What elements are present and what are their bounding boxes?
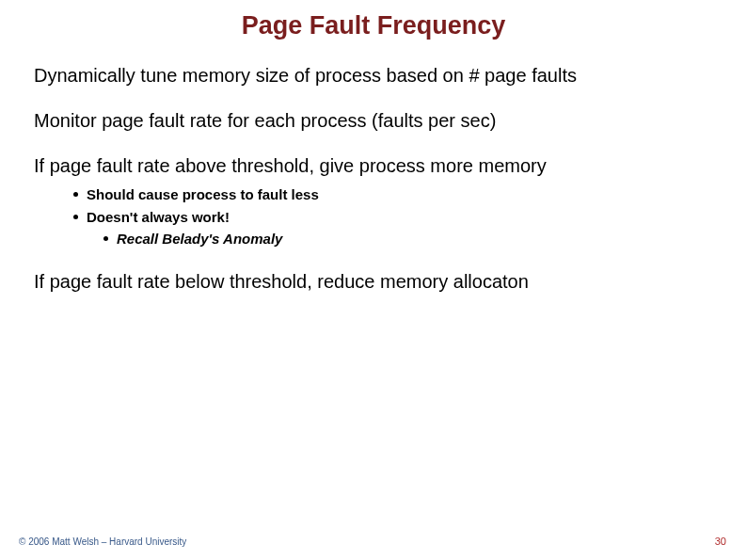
bullet-point: If page fault rate below threshold, redu… (34, 269, 713, 294)
sub-bullet-text: Doesn't always work! (87, 209, 230, 225)
sub-sub-bullet: Recall Belady's Anomaly (103, 230, 713, 248)
bullet-point-group: If page fault rate above threshold, give… (34, 153, 713, 248)
slide: Page Fault Frequency Dynamically tune me… (0, 0, 747, 560)
sub-sub-list: Recall Belady's Anomaly (87, 230, 713, 248)
slide-title: Page Fault Frequency (0, 0, 747, 40)
bullet-point: Dynamically tune memory size of process … (34, 63, 713, 88)
footer-page-number: 30 (715, 536, 726, 547)
footer-copyright: © 2006 Matt Welsh – Harvard University (19, 536, 186, 547)
sub-bullet: Should cause process to fault less (73, 185, 713, 204)
slide-content: Dynamically tune memory size of process … (0, 63, 747, 294)
bullet-point: Monitor page fault rate for each process… (34, 108, 713, 133)
sub-list: Should cause process to fault less Doesn… (34, 185, 713, 248)
bullet-text: If page fault rate above threshold, give… (34, 155, 547, 176)
sub-bullet: Doesn't always work! Recall Belady's Ano… (73, 208, 713, 248)
